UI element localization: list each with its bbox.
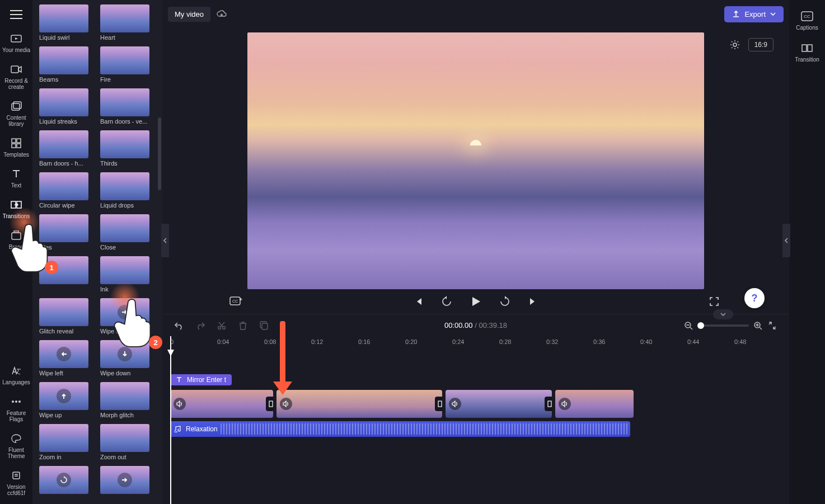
right-transition[interactable]: Transition: [789, 37, 825, 67]
aspect-ratio-button[interactable]: 16:9: [748, 38, 774, 51]
speaker-icon[interactable]: [559, 398, 571, 410]
settings-button[interactable]: [727, 37, 743, 53]
svg-point-18: [218, 326, 221, 329]
transition-icon: [801, 42, 813, 54]
transition-thumb: [39, 256, 88, 284]
transition-item[interactable]: Wipe up: [39, 382, 95, 418]
nav-fluent-theme[interactable]: Fluent Theme: [0, 428, 32, 464]
transition-item[interactable]: Ink: [100, 256, 156, 293]
svg-text:CC: CC: [804, 14, 810, 19]
audio-waveform: [221, 423, 628, 435]
transition-marker-icon[interactable]: [435, 397, 442, 411]
zoom-thumb[interactable]: [697, 322, 704, 329]
transition-item[interactable]: Heart: [100, 4, 156, 41]
transition-item[interactable]: Wipe right: [100, 298, 156, 335]
transitions-panel[interactable]: Liquid swirl Heart Beams Fire Liquid str…: [32, 0, 162, 504]
transition-item[interactable]: Zoom in: [39, 424, 95, 460]
video-preview[interactable]: [247, 32, 704, 289]
video-clip-1[interactable]: [170, 390, 273, 418]
transition-item[interactable]: Liquid drops: [100, 172, 156, 209]
undo-button[interactable]: [174, 320, 185, 331]
zoom-slider[interactable]: [697, 324, 749, 327]
title-clip[interactable]: Mirror Enter t: [170, 374, 232, 385]
transition-item[interactable]: Liquid streaks: [39, 88, 95, 125]
audio-clip[interactable]: Relaxation: [170, 421, 630, 437]
svg-rect-20: [262, 323, 268, 329]
transition-item[interactable]: Tiles: [39, 214, 95, 251]
nav-version[interactable]: Version ccfd61f: [0, 465, 32, 501]
play-button[interactable]: [467, 293, 485, 310]
transition-thumb: [39, 424, 88, 452]
project-name[interactable]: My video: [168, 7, 210, 22]
skip-forward-button[interactable]: [525, 294, 541, 309]
zoom-out-button[interactable]: [683, 320, 694, 331]
redo-button[interactable]: [195, 320, 206, 331]
scrollbar[interactable]: [158, 117, 161, 190]
music-icon: [175, 426, 181, 432]
nav-feature-flags[interactable]: Feature Flags: [0, 391, 32, 427]
arrow-down-icon: [118, 347, 132, 361]
svg-point-13: [18, 401, 21, 403]
transition-marker-icon[interactable]: [266, 397, 273, 411]
transition-item[interactable]: Close: [100, 214, 156, 251]
timeline[interactable]: 00:040:080:120:160:200:240:280:320:360:4…: [162, 336, 789, 504]
video-clip-2[interactable]: [276, 390, 442, 418]
transition-thumb: [39, 214, 88, 242]
transition-item[interactable]: Thirds: [100, 130, 156, 167]
transition-item[interactable]: Circular wipe: [39, 172, 95, 209]
fullscreen-button[interactable]: [706, 294, 722, 309]
timecode: 00:00.00 / 00:39.18: [444, 321, 507, 329]
zoom-fit-button[interactable]: [767, 320, 778, 331]
transition-item[interactable]: Fire: [100, 46, 156, 83]
transition-item[interactable]: [39, 466, 95, 496]
transition-label: Liquid streaks: [39, 118, 88, 125]
right-captions[interactable]: CC Captions: [789, 6, 825, 35]
nav-content-library[interactable]: Content library: [0, 96, 32, 131]
speaker-icon[interactable]: [174, 398, 186, 410]
transition-item[interactable]: [100, 466, 156, 496]
collapse-toggle[interactable]: [713, 309, 733, 319]
nav-templates[interactable]: Templates: [0, 133, 32, 162]
transition-thumb: [100, 466, 149, 494]
video-clip-4[interactable]: [555, 390, 634, 418]
delete-button[interactable]: [237, 320, 249, 331]
help-button[interactable]: ?: [744, 288, 765, 308]
nav-record-create[interactable]: Record & create: [0, 59, 32, 95]
transition-item[interactable]: Wipe down: [100, 340, 156, 376]
cut-button[interactable]: [216, 320, 227, 331]
panel-collapse-left[interactable]: [161, 224, 169, 257]
nav-brand[interactable]: Brand: [0, 225, 32, 255]
nav-languages[interactable]: Languages: [0, 360, 32, 390]
export-button[interactable]: Export: [724, 6, 784, 22]
captions-ai-button[interactable]: CC: [228, 294, 244, 309]
video-clip-3[interactable]: [446, 390, 552, 418]
skip-back-button[interactable]: [411, 294, 426, 309]
zoom-in-button[interactable]: [752, 320, 763, 331]
panel-collapse-right[interactable]: [782, 224, 790, 257]
transition-item[interactable]: Beams: [39, 46, 95, 83]
hamburger-menu[interactable]: [10, 4, 22, 27]
text-icon: [176, 376, 182, 383]
rewind-button[interactable]: [439, 294, 454, 309]
speaker-icon[interactable]: [280, 398, 292, 410]
cloud-sync-icon[interactable]: [216, 10, 227, 18]
nav-your-media[interactable]: Your media: [0, 28, 32, 58]
transition-item[interactable]: [39, 256, 95, 293]
transition-label: Zoom in: [39, 454, 88, 460]
transition-item[interactable]: Morph glitch: [100, 382, 156, 418]
speaker-icon[interactable]: [449, 398, 461, 410]
transition-item[interactable]: Barn doors - ve...: [100, 88, 156, 125]
transition-item[interactable]: Barn doors - h...: [39, 130, 95, 167]
transition-marker-icon[interactable]: [545, 397, 552, 411]
transition-item[interactable]: Liquid swirl: [39, 4, 95, 41]
nav-transitions[interactable]: Transitions: [0, 194, 32, 224]
playhead[interactable]: [170, 336, 171, 504]
transition-item[interactable]: Zoom out: [100, 424, 156, 460]
chevron-down-icon: [770, 12, 776, 16]
transition-item[interactable]: Glitch reveal: [39, 298, 95, 335]
timeline-ruler[interactable]: 00:040:080:120:160:200:240:280:320:360:4…: [162, 336, 789, 352]
forward-button[interactable]: [497, 294, 513, 309]
copy-button[interactable]: [259, 320, 270, 331]
nav-text[interactable]: Text: [0, 163, 32, 193]
transition-item[interactable]: Wipe left: [39, 340, 95, 376]
